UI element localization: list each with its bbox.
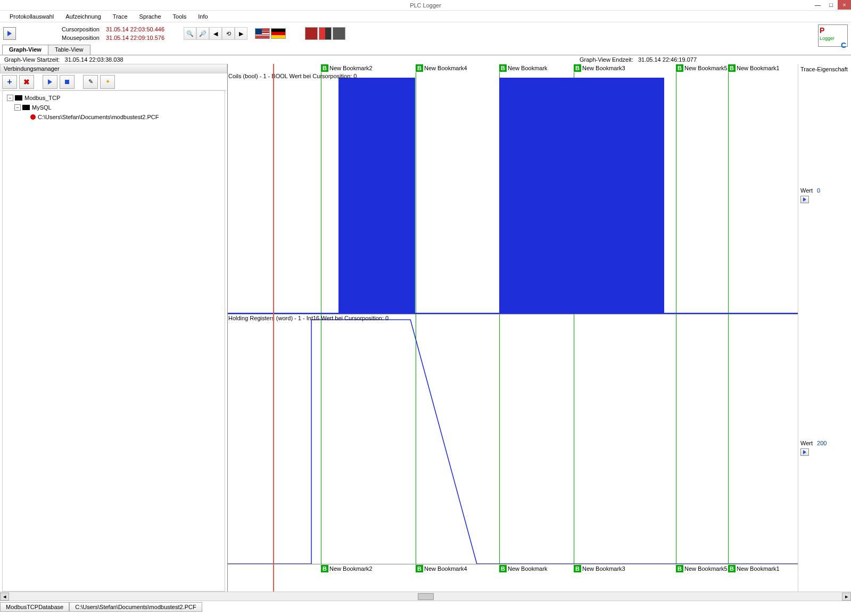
bookmark-label: New Bookmark [508,65,548,71]
cursor-line[interactable] [273,64,274,592]
add-button[interactable]: + [2,75,17,89]
menubar: Protokollauswahl Aufzeichnung Trace Spra… [0,11,851,22]
scroll-left-button[interactable]: ◂ [0,593,9,601]
menu-sprache[interactable]: Sprache [134,12,167,21]
flag-de-icon[interactable] [271,28,286,39]
sidebar: Verbindungsmanager + ✖ ✎ ✦ − Modbus_TCP … [0,64,228,592]
plc-logo: PLoggerC [818,24,848,47]
end-time-label: Graph-View Endzeit: [580,56,633,63]
stop-icon [65,80,69,84]
graph-area: BNew Bookmark2BNew Bookmark4BNew Bookmar… [228,64,851,592]
bookmark-label: New Bookmark3 [582,565,625,572]
tree-label: C:\Users\Stefan\Documents\modbustest2.PC… [38,114,159,120]
analog-signal-chart [228,314,798,564]
bookmark[interactable]: BNew Bookmark [499,64,548,72]
track-play-button[interactable] [800,196,809,203]
zoom-group: 🔍 🔎 ◀ ⟲ ▶ [184,27,247,40]
tree-node-modbus[interactable]: − Modbus_TCP [3,93,225,103]
stop-button[interactable] [60,75,75,89]
track-holding-registers[interactable]: Holding Registers (word) - 1 - Int16 Wer… [228,314,798,564]
color-group [305,27,346,40]
color-gray-button[interactable] [333,27,345,40]
status-file[interactable]: C:\Users\Stefan\Documents\modbustest2.PC… [69,602,202,612]
horizontal-scrollbar[interactable]: ◂ ▸ [0,592,851,601]
clear-button[interactable]: ✦ [100,75,115,89]
play-button[interactable] [3,27,16,40]
minimize-button[interactable]: — [811,0,824,10]
bookmark-line [321,72,321,314]
tab-table-view[interactable]: Table-View [48,45,90,55]
flag-us-icon[interactable] [255,28,270,39]
color-redblack-button[interactable] [319,27,332,40]
bookmark-label: New Bookmark5 [684,65,728,71]
signal-baseline [228,313,798,314]
bookmark-label: New Bookmark2 [329,565,373,572]
x-icon: ✖ [23,78,30,86]
zoom-out-button[interactable]: 🔎 [196,27,209,40]
bookmark-icon: B [499,565,507,572]
signal-high-block [499,78,664,314]
bookmark[interactable]: BNew Bookmark2 [321,64,373,72]
bookmark-icon: B [574,64,581,72]
main-area: Verbindungsmanager + ✖ ✎ ✦ − Modbus_TCP … [0,64,851,592]
bookmark-icon: B [728,565,736,572]
tab-graph-view[interactable]: Graph-View [2,45,48,55]
zoom-in-button[interactable]: 🔍 [184,27,196,40]
nav-reset-button[interactable]: ⟲ [222,27,235,40]
sidebar-toolbar: + ✖ ✎ ✦ [0,73,227,90]
tree-toggle-icon[interactable]: − [14,104,21,111]
bookmark[interactable]: BNew Bookmark3 [574,564,625,573]
track-play-button[interactable] [800,448,809,456]
bookmark[interactable]: BNew Bookmark2 [321,564,373,573]
bookmark-line [416,72,416,314]
bookmark[interactable]: BNew Bookmark5 [676,64,728,72]
bookmark-label: New Bookmark4 [424,565,467,572]
menu-protokollauswahl[interactable]: Protokollauswahl [4,12,59,21]
bookmark-icon: B [321,565,328,572]
statusbar: ModbusTCPDatabase C:\Users\Stefan\Docume… [0,601,851,612]
graph-main[interactable]: BNew Bookmark2BNew Bookmark4BNew Bookmar… [228,64,798,592]
start-time-label: Graph-View Startzeit: [4,56,60,63]
bookmark[interactable]: BNew Bookmark5 [676,564,728,573]
window-title: PLC Logger [410,2,441,9]
scroll-thumb[interactable] [418,593,434,600]
sidebar-title: Verbindungsmanager [0,64,227,73]
bookmark-label: New Bookmark [508,565,548,572]
tree-toggle-icon[interactable]: − [7,95,13,101]
close-button[interactable]: × [838,0,851,10]
cursor-position-label: Cursorposition [62,26,100,32]
scroll-right-button[interactable]: ▸ [842,593,851,601]
bookmark-icon: B [321,64,328,72]
trace-properties: Trace-Eigenschaft Wert 0 Wert 200 [798,64,851,592]
bookmark[interactable]: BNew Bookmark3 [574,64,625,72]
tree-node-file[interactable]: C:\Users\Stefan\Documents\modbustest2.PC… [3,112,225,122]
play-icon [48,79,52,85]
bookmark[interactable]: BNew Bookmark1 [728,564,780,573]
end-time-value: 31.05.14 22:46:19.077 [638,56,697,63]
track-label: Coils (bool) - 1 - BOOL Wert bei Cursorp… [228,73,357,79]
connection-tree: − Modbus_TCP − MySQL C:\Users\Stefan\Doc… [2,90,225,592]
bookmark-row-bottom: BNew Bookmark2BNew Bookmark4BNew Bookmar… [228,564,798,573]
tree-node-mysql[interactable]: − MySQL [3,103,225,112]
menu-tools[interactable]: Tools [168,12,192,21]
bookmark[interactable]: BNew Bookmark4 [416,564,467,573]
edit-button[interactable]: ✎ [83,75,98,89]
nav-right-button[interactable]: ▶ [235,27,247,40]
wert-value-1: 0 [817,187,820,194]
track-coils[interactable]: Coils (bool) - 1 - BOOL Wert bei Cursorp… [228,72,798,314]
toolbar: Cursorposition 31.05.14 22:03:50.446 Mou… [0,22,851,45]
bookmark[interactable]: BNew Bookmark [499,564,548,573]
menu-info[interactable]: Info [193,12,213,21]
status-database[interactable]: ModbusTCPDatabase [0,602,69,612]
database-icon [22,105,30,110]
color-red-button[interactable] [305,27,318,40]
menu-aufzeichnung[interactable]: Aufzeichnung [60,12,106,21]
bookmark[interactable]: BNew Bookmark4 [416,64,467,72]
bookmark-icon: B [676,64,683,72]
menu-trace[interactable]: Trace [108,12,133,21]
delete-button[interactable]: ✖ [19,75,34,89]
maximize-button[interactable]: □ [824,0,838,10]
run-button[interactable] [43,75,57,89]
bookmark[interactable]: BNew Bookmark1 [728,64,780,72]
nav-left-button[interactable]: ◀ [209,27,222,40]
